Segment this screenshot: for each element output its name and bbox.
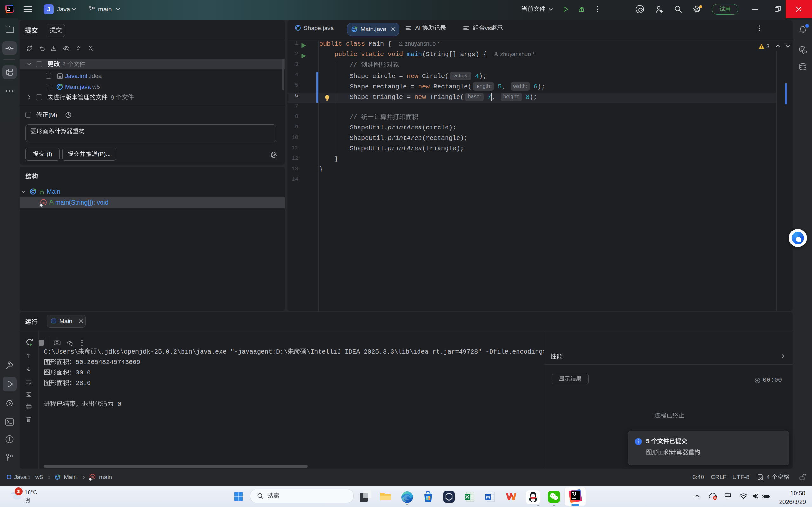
svg-text:m: m xyxy=(42,201,45,205)
